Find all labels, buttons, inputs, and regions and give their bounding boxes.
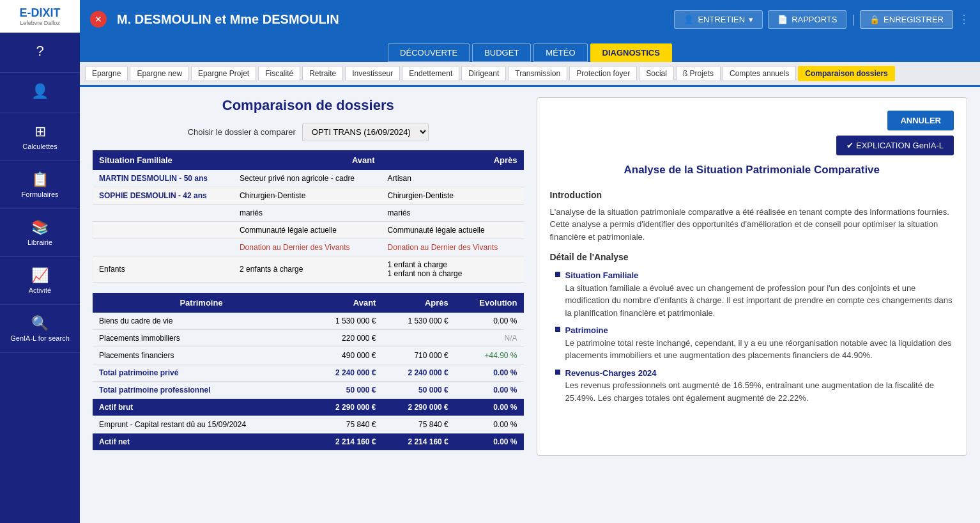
row-maries-apres: mariés — [381, 205, 524, 222]
col-patrimoine-apres: Après — [382, 293, 454, 313]
table-row-subtotal-pro: Total patrimoine professionnel 50 000 € … — [93, 382, 524, 399]
logo-sub: Lefebvre Dalloz — [6, 20, 73, 26]
calculettes-icon: ⊞ — [34, 123, 46, 140]
subtab-endettement[interactable]: Endettement — [402, 66, 459, 81]
cell-actif-net-apres: 2 214 160 € — [382, 433, 454, 451]
cell-actif-brut-apres: 2 290 000 € — [382, 399, 454, 416]
table-row: MARTIN DESMOULIN - 50 ans Secteur privé … — [93, 170, 524, 187]
close-button[interactable]: ✕ — [90, 11, 107, 27]
row-enfants-label: Enfants — [93, 256, 233, 283]
cell-plac-fin-avant: 490 000 € — [310, 347, 382, 364]
top-header: ✕ M. DESMOULIN et Mme DESMOULIN 👤 ENTRET… — [80, 0, 980, 38]
row-donation-avant: Donation au Dernier des Vivants — [233, 239, 381, 256]
subtab-dirigeant[interactable]: Dirigeant — [461, 66, 506, 81]
left-panel: Comparaison de dossiers Choisir le dossi… — [93, 97, 524, 456]
cell-total-pro-apres: 50 000 € — [382, 382, 454, 399]
librairie-icon: 📚 — [31, 219, 49, 236]
col-patrimoine-avant: Avant — [310, 293, 382, 313]
row-donation-label — [93, 239, 233, 256]
subtab-transmission[interactable]: Transmission — [508, 66, 567, 81]
table-row-actif-brut: Actif brut 2 290 000 € 2 290 000 € 0.00 … — [93, 399, 524, 416]
bullet-situation-label: Situation Familiale — [565, 270, 639, 280]
genial-icon: 🔍 — [31, 315, 49, 332]
row-sophie-avant: Chirurgien-Dentiste — [233, 187, 381, 205]
subtab-fiscalite[interactable]: Fiscalité — [258, 66, 300, 81]
situation-table: Situation Familiale Avant Après MARTIN D… — [93, 150, 524, 283]
row-martin-apres: Artisan — [381, 170, 524, 187]
row-sophie-apres: Chirurgien-Dentiste — [381, 187, 524, 205]
dossier-selector: Choisir le dossier à comparer OPTI TRANS… — [93, 123, 524, 141]
page-title: Comparaison de dossiers — [93, 97, 524, 114]
sidebar-item-help[interactable]: ? — [0, 33, 80, 73]
sidebar-item-calculettes[interactable]: ⊞ Calculettes — [0, 113, 80, 161]
intro-text: L'analyse de la situation patrimoniale c… — [550, 206, 954, 244]
cell-total-prive-evol: 0.00 % — [455, 364, 524, 382]
sidebar-item-activite[interactable]: 📈 Activité — [0, 257, 80, 305]
bullet-revenus-label: Revenus-Charges 2024 — [565, 368, 657, 378]
cell-biens-apres: 1 530 000 € — [382, 313, 454, 330]
calculettes-label: Calculettes — [22, 143, 57, 150]
explication-button[interactable]: ✔ EXPLICATION GenIA-L — [836, 136, 954, 155]
cell-emprunt-evol: 0.00 % — [455, 416, 524, 433]
cell-emprunt-apres: 75 840 € — [382, 416, 454, 433]
subtab-epargne[interactable]: Epargne — [85, 66, 128, 81]
detail-title: Détail de l'Analyse — [550, 251, 954, 264]
row-communaute-label — [93, 222, 233, 239]
user-icon: 👤 — [31, 83, 49, 100]
header-actions: 👤 ENTRETIEN ▾ 📄 RAPPORTS | 🔒 ENREGISTRER… — [674, 10, 970, 29]
subtab-epargne-projet[interactable]: Epargne Projet — [191, 66, 256, 81]
row-communaute-avant: Communauté légale actuelle — [233, 222, 381, 239]
content-area: Comparaison de dossiers Choisir le dossi… — [80, 87, 980, 523]
row-martin-avant: Secteur privé non agricole - cadre — [233, 170, 381, 187]
subtab-comparaison-dossiers[interactable]: Comparaison dossiers — [798, 66, 894, 81]
help-icon: ? — [36, 43, 43, 59]
subtab-protection-foyer[interactable]: Protection foyer — [569, 66, 637, 81]
rapports-icon: 📄 — [777, 15, 788, 24]
row-martin-label: MARTIN DESMOULIN - 50 ans — [93, 170, 233, 187]
rapports-button[interactable]: 📄 RAPPORTS — [768, 10, 846, 29]
subtab-comptes-annuels[interactable]: Comptes annuels — [723, 66, 796, 81]
table-row: Biens du cadre de vie 1 530 000 € 1 530 … — [93, 313, 524, 330]
sidebar-item-user[interactable]: 👤 — [0, 73, 80, 113]
sidebar: E-DIXIT Lefebvre Dalloz ? 👤 ⊞ Calculette… — [0, 0, 80, 523]
entretien-button[interactable]: 👤 ENTRETIEN ▾ — [674, 10, 763, 29]
cell-emprunt-label: Emprunt - Capital restant dû au 15/09/20… — [93, 416, 310, 433]
row-communaute-apres: Communauté légale actuelle — [381, 222, 524, 239]
tab-budget[interactable]: BUDGET — [472, 43, 531, 62]
tab-meteo[interactable]: MÉTÉO — [533, 43, 587, 62]
cell-plac-immo-label: Placements immobiliers — [93, 330, 310, 347]
tab-diagnostics[interactable]: DIAGNOSTICS — [590, 43, 672, 62]
subtab-epargne-new[interactable]: Epargne new — [130, 66, 189, 81]
subtab-retraite[interactable]: Retraite — [302, 66, 343, 81]
tab-decouverte[interactable]: DÉCOUVERTE — [388, 43, 470, 62]
dossier-select[interactable]: OPTI TRANS (16/09/2024) — [302, 123, 429, 141]
cell-biens-label: Biens du cadre de vie — [93, 313, 310, 330]
bullet-square-icon — [555, 327, 560, 332]
enregistrer-button[interactable]: 🔒 ENREGISTRER — [860, 10, 953, 29]
col-patrimoine-evol: Evolution — [455, 293, 524, 313]
sidebar-item-librairie[interactable]: 📚 Librairie — [0, 209, 80, 257]
right-top: ANNULER ✔ EXPLICATION GenIA-L — [550, 111, 954, 155]
header-separator: | — [852, 13, 855, 26]
col-apres: Après — [381, 150, 524, 170]
subtab-social[interactable]: Social — [639, 66, 674, 81]
annuler-button[interactable]: ANNULER — [887, 111, 954, 130]
cell-total-pro-evol: 0.00 % — [455, 382, 524, 399]
bullet-patrimoine: Patrimoine Le patrimoine total reste inc… — [555, 324, 954, 362]
cell-actif-net-label: Actif net — [93, 433, 310, 451]
row-maries-avant: mariés — [233, 205, 381, 222]
cell-biens-evol: 0.00 % — [455, 313, 524, 330]
sidebar-item-formulaires[interactable]: 📋 Formulaires — [0, 161, 80, 209]
table-row: Donation au Dernier des Vivants Donation… — [93, 239, 524, 256]
cell-actif-net-evol: 0.00 % — [455, 433, 524, 451]
cell-total-pro-label: Total patrimoine professionnel — [93, 382, 310, 399]
subtab-investisseur[interactable]: Investisseur — [345, 66, 400, 81]
logo-area: E-DIXIT Lefebvre Dalloz — [0, 0, 80, 33]
main-wrapper: ✕ M. DESMOULIN et Mme DESMOULIN 👤 ENTRET… — [80, 0, 980, 523]
activite-icon: 📈 — [31, 267, 49, 284]
cell-plac-fin-label: Placements financiers — [93, 347, 310, 364]
col-patrimoine: Patrimoine — [93, 293, 310, 313]
subtab-b-projets[interactable]: ß Projets — [676, 66, 721, 81]
genial-label: GenIA-L for search — [10, 334, 70, 342]
sidebar-item-genial[interactable]: 🔍 GenIA-L for search — [0, 305, 80, 353]
